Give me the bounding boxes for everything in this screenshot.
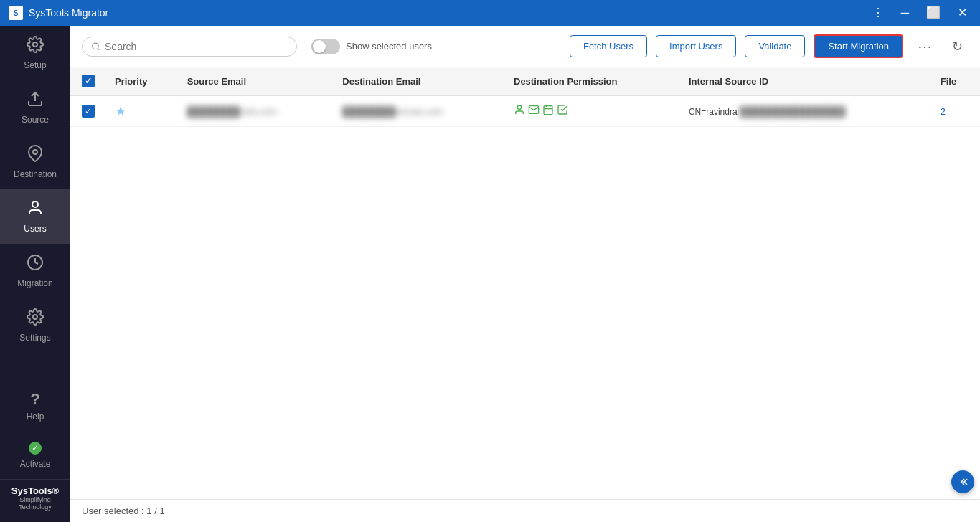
titlebar-controls: ⋮ ─ ⬜ ✕ bbox=[868, 6, 971, 20]
svg-point-3 bbox=[32, 201, 38, 207]
fetch-users-button[interactable]: Fetch Users bbox=[570, 35, 647, 57]
statusbar: User selected : 1 / 1 bbox=[70, 499, 980, 522]
file-count-value: 2 bbox=[941, 106, 946, 117]
priority-star-icon[interactable]: ★ bbox=[115, 104, 126, 118]
sidebar-bottom: ? Help ✓ Activate SysTools® Simplifying … bbox=[0, 380, 70, 522]
search-icon bbox=[91, 42, 100, 52]
svg-rect-9 bbox=[544, 106, 552, 115]
brand-logo: SysTools® Simplifying Technology bbox=[0, 479, 70, 516]
brand-name: SysTools® bbox=[6, 485, 65, 496]
setup-icon bbox=[27, 36, 44, 57]
search-input[interactable] bbox=[105, 41, 288, 52]
migration-icon bbox=[27, 254, 44, 275]
toolbar: Show selected users Fetch Users Import U… bbox=[70, 26, 980, 67]
row-priority: ★ bbox=[106, 95, 179, 127]
more-options-button[interactable]: ⋯ bbox=[912, 35, 938, 58]
row-destination-permission bbox=[505, 95, 680, 127]
titlebar-left: S SysTools Migrator bbox=[9, 6, 108, 20]
sidebar-item-setup[interactable]: Setup bbox=[0, 26, 70, 80]
svg-point-2 bbox=[33, 150, 37, 154]
search-box[interactable] bbox=[82, 37, 297, 57]
perm-calendar-icon bbox=[542, 104, 554, 118]
users-label: Users bbox=[24, 224, 46, 234]
settings-icon bbox=[27, 308, 44, 330]
table-body: ★ ████████ools.com ████████arcoas.com bbox=[70, 95, 980, 127]
validate-button[interactable]: Validate bbox=[745, 35, 805, 57]
setup-label: Setup bbox=[24, 60, 46, 70]
header-destination-email: Destination Email bbox=[334, 67, 505, 95]
sidebar-item-migration[interactable]: Migration bbox=[0, 244, 70, 298]
sidebar: Setup Source Destination Users Migration bbox=[0, 26, 70, 522]
help-icon: ? bbox=[30, 390, 39, 409]
row-source-email: ████████ools.com bbox=[179, 95, 334, 127]
destination-label: Destination bbox=[14, 169, 57, 179]
row-checkbox-cell bbox=[70, 95, 106, 127]
source-label: Source bbox=[22, 115, 49, 125]
toggle-knob bbox=[313, 40, 326, 53]
refresh-button[interactable]: ↻ bbox=[946, 36, 969, 57]
users-table-container: Priority Source Email Destination Email … bbox=[70, 67, 980, 499]
show-selected-toggle[interactable] bbox=[311, 39, 340, 54]
sidebar-item-help[interactable]: ? Help bbox=[0, 380, 70, 432]
select-all-checkbox[interactable] bbox=[82, 75, 95, 87]
destination-email-value: ████████arcoas.com bbox=[342, 106, 443, 117]
header-file: File bbox=[932, 67, 980, 95]
migration-label: Migration bbox=[17, 278, 52, 288]
header-internal-source-id: Internal Source ID bbox=[680, 67, 932, 95]
titlebar: S SysTools Migrator ⋮ ─ ⬜ ✕ bbox=[0, 0, 980, 26]
svg-point-8 bbox=[517, 105, 521, 109]
internal-id-value: CN=ravindra ████████████████ bbox=[689, 107, 845, 117]
import-users-button[interactable]: Import Users bbox=[656, 35, 736, 57]
sidebar-item-source[interactable]: Source bbox=[0, 80, 70, 135]
brand-tagline: Simplifying Technology bbox=[6, 496, 65, 511]
status-text: User selected : 1 / 1 bbox=[82, 506, 165, 516]
activate-dot-icon: ✓ bbox=[29, 442, 42, 455]
app-logo: S bbox=[9, 6, 23, 20]
header-source-email: Source Email bbox=[179, 67, 334, 95]
close-btn[interactable]: ✕ bbox=[953, 6, 971, 20]
sidebar-item-users[interactable]: Users bbox=[0, 189, 70, 244]
row-destination-email: ████████arcoas.com bbox=[334, 95, 505, 127]
activate-label: Activate bbox=[20, 459, 51, 469]
start-migration-button[interactable]: Start Migration bbox=[814, 34, 903, 58]
users-table: Priority Source Email Destination Email … bbox=[70, 67, 980, 127]
main-content: Show selected users Fetch Users Import U… bbox=[70, 26, 980, 522]
row-file-count: 2 bbox=[932, 95, 980, 127]
minimize-btn[interactable]: ─ bbox=[897, 6, 913, 20]
svg-point-6 bbox=[93, 43, 99, 49]
header-priority: Priority bbox=[106, 67, 179, 95]
svg-point-5 bbox=[33, 315, 37, 319]
destination-icon bbox=[27, 145, 44, 166]
permission-icons bbox=[514, 104, 672, 118]
settings-label: Settings bbox=[19, 333, 50, 343]
sidebar-item-activate[interactable]: ✓ Activate bbox=[0, 432, 70, 479]
source-icon bbox=[27, 90, 44, 112]
svg-line-7 bbox=[98, 48, 99, 49]
app-body: Setup Source Destination Users Migration bbox=[0, 26, 980, 522]
perm-user-icon bbox=[514, 104, 525, 118]
toggle-area: Show selected users bbox=[311, 39, 432, 54]
row-internal-id: CN=ravindra ████████████████ bbox=[680, 95, 932, 127]
float-help-button[interactable] bbox=[951, 470, 974, 493]
help-label: Help bbox=[27, 412, 44, 422]
sidebar-item-settings[interactable]: Settings bbox=[0, 298, 70, 353]
row-checkbox[interactable] bbox=[82, 105, 95, 118]
header-destination-permission: Destination Permission bbox=[505, 67, 680, 95]
toggle-label: Show selected users bbox=[346, 41, 432, 52]
svg-point-0 bbox=[33, 42, 37, 47]
users-icon bbox=[27, 199, 44, 221]
maximize-btn[interactable]: ⬜ bbox=[922, 6, 945, 20]
source-email-value: ████████ools.com bbox=[187, 106, 278, 117]
perm-mail-icon bbox=[528, 104, 540, 118]
table-row: ★ ████████ools.com ████████arcoas.com bbox=[70, 95, 980, 127]
app-title: SysTools Migrator bbox=[29, 7, 108, 19]
sidebar-item-destination[interactable]: Destination bbox=[0, 135, 70, 189]
perm-task-icon bbox=[557, 104, 568, 118]
table-header: Priority Source Email Destination Email … bbox=[70, 67, 980, 95]
more-options-btn[interactable]: ⋮ bbox=[868, 6, 888, 20]
header-checkbox-col bbox=[70, 67, 106, 95]
